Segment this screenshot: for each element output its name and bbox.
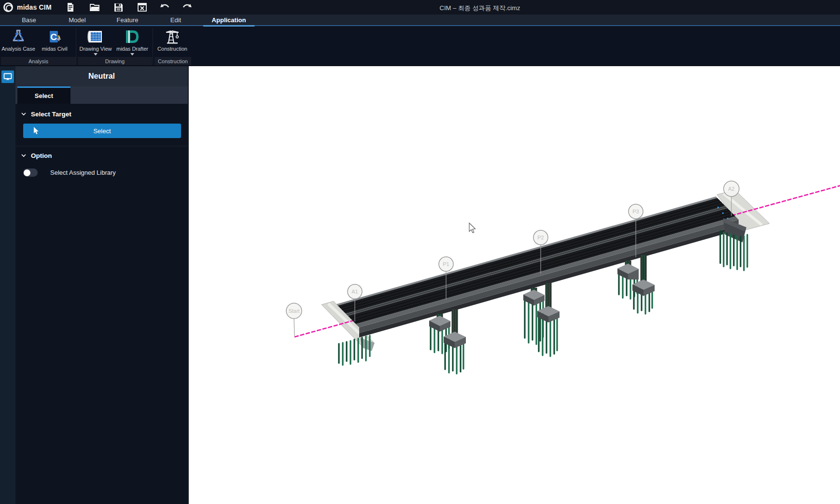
midas-civil-icon: C [46,28,63,45]
panel-title: Neutral [88,72,115,81]
ribbon-group-analysis: Analysis [1,57,76,65]
drawing-view-icon [87,28,104,45]
marker-p1[interactable]: P1 [439,257,453,271]
marker-p2[interactable]: P2 [533,230,548,245]
tab-select[interactable]: Select [17,86,70,104]
marker-start[interactable]: Start [286,303,302,319]
select-assigned-library-toggle[interactable] [23,168,38,177]
open-folder-icon[interactable] [89,2,100,13]
midas-civil-label: midas Civil [42,46,67,52]
undo-icon[interactable] [159,2,170,13]
mouse-cursor-icon [469,223,476,233]
midas-drafter-label: midas Drafter [116,46,148,52]
marker-p1-label: P1 [443,261,449,267]
construction-label: Construction [157,46,187,52]
ribbon-separator [76,28,76,65]
ribbon-group-drawing: Drawing [78,57,152,65]
pier-p1 [429,309,466,374]
save-icon[interactable] [113,2,124,13]
drawing-view-button[interactable]: Drawing View [78,28,113,58]
analysis-case-label: Analysis Case [1,46,35,52]
construction-button[interactable]: Construction [155,28,190,58]
tool-strip [0,66,15,504]
marker-a2[interactable]: A2 [724,181,739,196]
menu-tab-base[interactable]: Base [22,16,36,24]
option-title: Option [31,152,52,159]
dropdown-arrow-icon[interactable] [130,53,134,56]
midas-drafter-button[interactable]: midas Drafter [115,28,150,58]
menu-tab-model[interactable]: Model [69,16,85,24]
redo-icon[interactable] [182,2,193,13]
marker-a2-label: A2 [728,186,734,192]
bridge-3d-scene: Start A1 P1 P2 P3 [189,66,840,504]
analysis-case-button[interactable]: Analysis Case [1,28,36,58]
pier-p3 [617,255,655,314]
close-window-icon[interactable] [137,2,147,13]
panel-header: Neutral [15,66,188,86]
option-section-header[interactable]: Option [21,152,52,159]
drawing-view-label: Drawing View [79,46,112,52]
toggle-knob [24,169,30,176]
ribbon: Analysis Case C midas Civil [0,27,840,66]
pier-p2 [523,283,560,356]
select-assigned-library-label: Select Assigned Library [50,169,116,176]
app-name: midas CIM [17,3,52,11]
marker-p3-label: P3 [632,209,639,214]
marker-p3[interactable]: P3 [629,204,643,219]
midas-civil-button[interactable]: C midas Civil [37,28,72,58]
select-button-label: Select [93,127,111,135]
marker-p2-label: P2 [537,235,544,240]
neutral-panel: Neutral Select Select Target Select Opti… [15,66,188,504]
neutral-panel-icon[interactable] [1,70,14,83]
model-viewport[interactable]: Start A1 P1 P2 P3 [188,66,840,504]
document-title: CIM – 최종 성과품 제작.cimz [440,4,520,13]
chevron-down-icon [21,154,26,157]
select-button[interactable]: Select [23,124,181,138]
select-target-section-header[interactable]: Select Target [21,111,71,118]
midas-logo-icon [3,2,13,12]
svg-text:C: C [50,32,57,42]
title-bar: midas CIM CIM – 최종 성과품 제작.cimz [0,0,840,14]
ribbon-separator [153,28,153,65]
midas-cim-window: midas CIM CIM – 최종 성과품 제작.cimz Base Mode… [0,0,840,504]
midas-drafter-icon [124,28,140,45]
menu-bar: Base Model Feature Edit Application [0,14,840,26]
select-target-title: Select Target [31,111,71,118]
menu-tab-application[interactable]: Application [212,16,246,24]
analysis-case-icon [10,28,27,45]
marker-start-label: Start [288,308,299,314]
cursor-arrow-icon [33,127,40,135]
select-assigned-library-row: Select Assigned Library [23,168,116,177]
new-document-icon[interactable] [65,2,76,13]
abutment-a1-piles [339,336,370,365]
menu-tab-edit[interactable]: Edit [170,16,181,24]
menu-tab-feature[interactable]: Feature [117,16,139,24]
chevron-down-icon [21,112,26,116]
dropdown-arrow-icon[interactable] [94,53,98,56]
panel-tab-row: Select [15,86,188,104]
section-divider [15,146,188,146]
ribbon-group-construction: Construction [154,57,191,65]
marker-a1[interactable]: A1 [348,284,362,299]
construction-crane-icon [164,28,181,45]
marker-a1-label: A1 [351,289,358,294]
